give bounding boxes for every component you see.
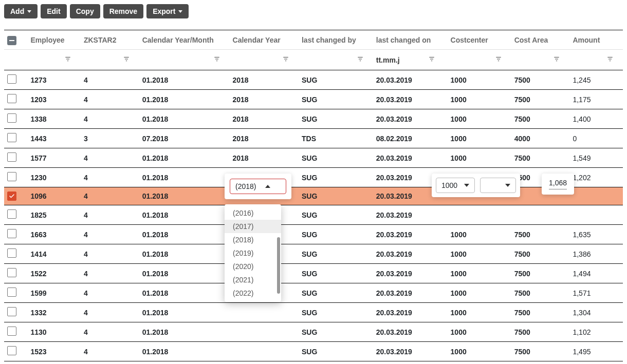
col-header-cal-year-month[interactable]: Calendar Year/Month bbox=[139, 30, 230, 50]
year-option[interactable]: (2019) bbox=[225, 246, 281, 260]
table-row[interactable]: 1130401.2018SUG20.03.2019100075001,102 bbox=[4, 322, 623, 342]
cell-cost_area[interactable]: 7500 bbox=[511, 303, 570, 322]
cell-employee[interactable]: 1443 bbox=[28, 129, 81, 148]
cell-cal_year_month[interactable]: 01.2018 bbox=[139, 205, 230, 225]
cell-cal_year_month[interactable]: 01.2018 bbox=[139, 187, 230, 205]
cell-amount[interactable]: 1,571 bbox=[569, 283, 623, 303]
cell-last_changed_by[interactable]: SUG bbox=[299, 148, 373, 168]
row-checkbox[interactable] bbox=[7, 346, 16, 355]
year-option[interactable]: (2018) bbox=[225, 233, 281, 246]
cell-cost_area[interactable]: 7500 bbox=[511, 70, 570, 90]
cell-cal_year_month[interactable]: 01.2018 bbox=[139, 361, 230, 365]
cell-cal_year[interactable] bbox=[230, 322, 299, 342]
cell-zkstar2[interactable]: 4 bbox=[81, 244, 139, 264]
cell-cal_year[interactable]: 2018 bbox=[230, 148, 299, 168]
row-checkbox[interactable] bbox=[7, 248, 16, 258]
cell-costcenter[interactable]: 1000 bbox=[448, 109, 511, 129]
cell-zkstar2[interactable]: 4 bbox=[81, 322, 139, 342]
cell-last_changed_by[interactable]: SUG bbox=[299, 168, 373, 187]
cell-costcenter[interactable]: 1000 bbox=[448, 244, 511, 264]
cell-last_changed_on[interactable]: 20.03.2019 bbox=[373, 148, 448, 168]
filter-icon[interactable] bbox=[64, 55, 71, 64]
cell-employee[interactable]: 1096 bbox=[28, 187, 81, 205]
table-row[interactable]: 1443307.20182018TDS08.02.2019100040000 bbox=[4, 129, 623, 148]
cell-last_changed_by[interactable]: SUG bbox=[299, 109, 373, 129]
cell-costcenter[interactable]: 1000 bbox=[448, 148, 511, 168]
costcenter-select[interactable]: 1000 bbox=[436, 178, 475, 193]
filter-icon[interactable] bbox=[428, 55, 435, 64]
cell-last_changed_on[interactable]: 20.03.2019 bbox=[373, 70, 448, 90]
filter-input-last-changed-on[interactable] bbox=[376, 56, 417, 64]
cell-cal_year[interactable]: 2018 bbox=[230, 70, 299, 90]
cell-cal_year_month[interactable]: 01.2018 bbox=[139, 342, 230, 361]
cell-last_changed_on[interactable]: 08.02.2019 bbox=[373, 129, 448, 148]
cell-cost_area[interactable]: 7500 bbox=[511, 283, 570, 303]
col-header-cal-year[interactable]: Calendar Year bbox=[230, 30, 299, 50]
col-header-last-changed-on[interactable]: last changed on bbox=[373, 30, 448, 50]
cell-employee[interactable]: 1663 bbox=[28, 225, 81, 244]
cell-cal_year_month[interactable]: 01.2018 bbox=[139, 168, 230, 187]
cell-zkstar2[interactable]: 4 bbox=[81, 187, 139, 205]
cell-amount[interactable]: 1,304 bbox=[569, 303, 623, 322]
cell-cal_year_month[interactable]: 01.2018 bbox=[139, 322, 230, 342]
table-row[interactable]: 1338401.20182018SUG20.03.2019100075001,4… bbox=[4, 109, 623, 129]
cell-last_changed_on[interactable]: 20.03.2019 bbox=[373, 361, 448, 365]
cell-employee[interactable]: 1414 bbox=[28, 244, 81, 264]
cell-last_changed_on[interactable]: 20.03.2019 bbox=[373, 90, 448, 109]
filter-icon[interactable] bbox=[553, 55, 560, 64]
table-row[interactable]: 1825401.2018SUG20.03.2019 bbox=[4, 205, 623, 225]
cell-amount[interactable]: 1,635 bbox=[569, 225, 623, 244]
cell-cal_year_month[interactable]: 01.2018 bbox=[139, 70, 230, 90]
cell-employee[interactable]: 1522 bbox=[28, 264, 81, 283]
row-checkbox[interactable] bbox=[7, 74, 16, 84]
cell-zkstar2[interactable]: 4 bbox=[81, 361, 139, 365]
col-header-last-changed-by[interactable]: last changed by bbox=[299, 30, 373, 50]
cell-zkstar2[interactable]: 4 bbox=[81, 109, 139, 129]
cell-cost_area[interactable]: 7500 bbox=[511, 342, 570, 361]
cell-employee[interactable]: 1203 bbox=[28, 90, 81, 109]
col-header-employee[interactable]: Employee bbox=[28, 30, 81, 50]
cell-costcenter[interactable] bbox=[448, 205, 511, 225]
cell-last_changed_on[interactable]: 20.03.2019 bbox=[373, 244, 448, 264]
cell-zkstar2[interactable]: 4 bbox=[81, 303, 139, 322]
cell-amount[interactable] bbox=[569, 205, 623, 225]
table-row[interactable]: 1577401.20182018SUG20.03.2019100075001,5… bbox=[4, 148, 623, 168]
table-row[interactable]: 1522401.2018SUG20.03.2019100075001,494 bbox=[4, 264, 623, 283]
year-option[interactable]: (2022) bbox=[225, 286, 281, 300]
filter-icon[interactable] bbox=[606, 55, 614, 64]
cell-last_changed_by[interactable]: SUG bbox=[299, 90, 373, 109]
row-checkbox[interactable] bbox=[7, 288, 16, 297]
cell-last_changed_by[interactable]: SUG bbox=[299, 283, 373, 303]
cell-last_changed_by[interactable]: SUG bbox=[299, 303, 373, 322]
cell-cal_year[interactable] bbox=[230, 342, 299, 361]
table-row[interactable]: 1523401.2018SUG20.03.2019100075001,495 bbox=[4, 342, 623, 361]
cell-last_changed_by[interactable]: SUG bbox=[299, 187, 373, 205]
cell-last_changed_on[interactable]: 20.03.2019 bbox=[373, 205, 448, 225]
add-button[interactable]: Add bbox=[4, 4, 38, 18]
cell-last_changed_on[interactable]: 20.03.2019 bbox=[373, 303, 448, 322]
cell-amount[interactable]: 1,202 bbox=[569, 168, 623, 187]
edit-button[interactable]: Edit bbox=[41, 4, 66, 18]
cell-employee[interactable]: 1825 bbox=[28, 205, 81, 225]
cell-zkstar2[interactable]: 4 bbox=[81, 342, 139, 361]
cell-amount[interactable]: 1,175 bbox=[569, 90, 623, 109]
cell-zkstar2[interactable]: 3 bbox=[81, 129, 139, 148]
cell-last_changed_on[interactable]: 20.03.2019 bbox=[373, 322, 448, 342]
cell-amount[interactable]: 1,102 bbox=[569, 322, 623, 342]
cell-cost_area[interactable]: 7500 bbox=[511, 322, 570, 342]
cell-cost_area[interactable]: 7500 bbox=[511, 148, 570, 168]
cell-costcenter[interactable]: 1000 bbox=[448, 303, 511, 322]
cell-cost_area[interactable]: 7500 bbox=[511, 225, 570, 244]
cell-cost_area[interactable]: 7500 bbox=[511, 90, 570, 109]
cell-amount[interactable]: 1,462 bbox=[569, 361, 623, 365]
cell-employee[interactable]: 1490 bbox=[28, 361, 81, 365]
row-checkbox[interactable] bbox=[7, 133, 16, 142]
col-header-zkstar2[interactable]: ZKSTAR2 bbox=[81, 30, 139, 50]
cell-employee[interactable]: 1332 bbox=[28, 303, 81, 322]
cell-amount[interactable] bbox=[569, 187, 623, 205]
cell-zkstar2[interactable]: 4 bbox=[81, 205, 139, 225]
cell-costcenter[interactable]: 1000 bbox=[448, 283, 511, 303]
cell-last_changed_by[interactable]: SUG bbox=[299, 205, 373, 225]
cell-amount[interactable]: 1,494 bbox=[569, 264, 623, 283]
cell-cal_year_month[interactable]: 01.2018 bbox=[139, 148, 230, 168]
